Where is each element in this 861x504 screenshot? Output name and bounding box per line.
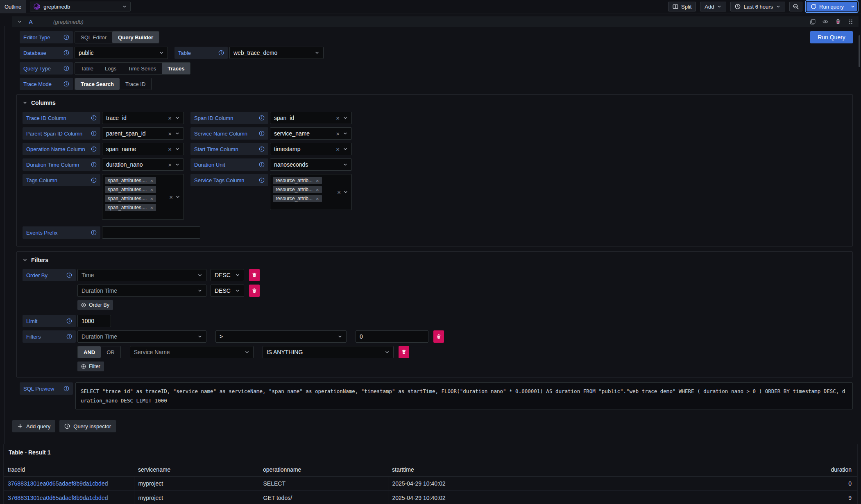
clear-icon[interactable]: × <box>336 115 340 121</box>
info-icon[interactable] <box>259 131 265 136</box>
remove-chip-icon[interactable]: × <box>316 178 319 183</box>
datasource-picker[interactable]: greptimedb <box>30 2 131 11</box>
info-icon[interactable] <box>66 318 72 324</box>
filter-value-input[interactable] <box>356 330 428 343</box>
column-header-operationname[interactable]: operationname <box>259 463 388 477</box>
remove-query-icon[interactable] <box>835 19 841 25</box>
remove-chip-icon[interactable]: × <box>150 178 153 183</box>
parent-span-id-column-select[interactable]: parent_span_id × <box>102 127 184 140</box>
remove-order-by-button-0[interactable] <box>249 269 260 281</box>
query-type-option-logs[interactable]: Logs <box>99 63 122 74</box>
scrollbar-thumb[interactable] <box>859 35 860 67</box>
columns-section-header[interactable]: Columns <box>23 99 847 106</box>
column-header-servicename[interactable]: servicename <box>134 463 259 477</box>
duration-unit-select[interactable]: nanoseconds <box>270 158 352 171</box>
order-by-direction-select-1[interactable]: DESC <box>211 285 244 297</box>
start-time-column-select[interactable]: timestamp × <box>270 143 352 155</box>
clear-icon[interactable]: × <box>168 162 172 168</box>
span-id-column-select[interactable]: span_id × <box>270 112 352 124</box>
editor-type-option-query-builder[interactable]: Query Builder <box>112 32 159 43</box>
remove-filter-button-0[interactable] <box>433 330 444 343</box>
info-icon[interactable] <box>91 115 97 121</box>
info-icon[interactable] <box>91 230 97 235</box>
remove-chip-icon[interactable]: × <box>316 187 319 192</box>
trace-mode-option-trace-search[interactable]: Trace Search <box>75 78 120 90</box>
query-type-option-time-series[interactable]: Time Series <box>122 63 162 74</box>
info-icon[interactable] <box>259 115 265 121</box>
info-icon[interactable] <box>63 34 69 40</box>
info-icon[interactable] <box>218 50 224 56</box>
tags-column-multiselect[interactable]: span_attributes....× span_attributes....… <box>102 174 184 220</box>
clear-icon[interactable]: × <box>336 146 340 152</box>
service-name-column-select[interactable]: service_name × <box>270 127 352 140</box>
column-header-duration[interactable]: duration <box>513 463 857 477</box>
clear-icon[interactable]: × <box>168 131 172 137</box>
toggle-visibility-icon[interactable] <box>822 19 828 25</box>
trace-id-link[interactable]: 3768831301ea0d65adaef8b9da1cbded <box>8 480 108 487</box>
order-by-field-select-0[interactable]: Time <box>77 269 206 281</box>
info-icon[interactable] <box>63 386 69 391</box>
filter-operator-select-2[interactable]: IS ANYTHING <box>263 346 394 358</box>
run-query-button[interactable]: Run query <box>807 2 848 11</box>
remove-filter-button-1[interactable] <box>399 346 409 358</box>
trace-mode-option-trace-id[interactable]: Trace ID <box>120 78 151 90</box>
run-query-options-caret[interactable] <box>848 2 857 11</box>
editor-type-option-sql-editor[interactable]: SQL Editor <box>75 32 112 43</box>
add-filter-button[interactable]: Filter <box>77 362 104 371</box>
events-prefix-input[interactable] <box>102 226 200 239</box>
query-type-option-traces[interactable]: Traces <box>162 63 190 74</box>
duplicate-query-icon[interactable] <box>810 19 816 25</box>
remove-chip-icon[interactable]: × <box>150 187 153 192</box>
drag-handle-icon[interactable] <box>848 19 854 25</box>
column-header-traceid[interactable]: traceid <box>4 463 134 477</box>
add-order-by-button[interactable]: Order By <box>77 300 113 310</box>
query-ref-id[interactable]: A <box>29 18 33 25</box>
order-by-direction-select-0[interactable]: DESC <box>211 269 244 281</box>
trace-id-link[interactable]: 3768831301ea0d65adaef8b9da1cbded <box>8 495 108 501</box>
order-by-field-select-1[interactable]: Duration Time <box>77 285 206 297</box>
remove-chip-icon[interactable]: × <box>150 196 153 201</box>
clear-all-icon[interactable]: × <box>169 194 173 200</box>
info-icon[interactable] <box>91 131 97 136</box>
service-tags-column-multiselect[interactable]: resource_attrib...× resource_attrib...× … <box>270 174 352 210</box>
logical-or-option[interactable]: OR <box>101 346 120 358</box>
add-button[interactable]: Add <box>700 2 726 11</box>
filter-operator-select[interactable]: > <box>215 330 347 343</box>
database-select[interactable]: public <box>75 47 168 59</box>
logical-and-option[interactable]: AND <box>78 346 101 358</box>
split-button[interactable]: Split <box>668 2 696 11</box>
zoom-out-button[interactable] <box>789 2 802 11</box>
clear-icon[interactable]: × <box>168 146 172 152</box>
info-icon[interactable] <box>259 177 265 183</box>
operation-name-column-select[interactable]: span_name × <box>102 143 184 155</box>
info-icon[interactable] <box>63 50 69 56</box>
limit-input[interactable] <box>77 315 111 327</box>
remove-chip-icon[interactable]: × <box>316 196 319 201</box>
filter-field-select[interactable]: Duration Time <box>77 330 206 343</box>
column-header-starttime[interactable]: starttime <box>388 463 513 477</box>
remove-order-by-button-1[interactable] <box>249 285 260 297</box>
filters-section-header[interactable]: Filters <box>23 257 847 263</box>
info-icon[interactable] <box>259 146 265 152</box>
filter-field-select-2[interactable]: Service Name <box>130 346 254 358</box>
trace-id-column-select[interactable]: trace_id × <box>102 112 184 124</box>
info-icon[interactable] <box>91 146 97 152</box>
info-icon[interactable] <box>91 162 97 167</box>
clear-all-icon[interactable]: × <box>337 189 341 195</box>
query-type-option-table[interactable]: Table <box>75 63 99 74</box>
add-query-button[interactable]: Add query <box>12 420 55 432</box>
clear-icon[interactable]: × <box>336 131 340 137</box>
info-icon[interactable] <box>66 272 72 278</box>
info-icon[interactable] <box>91 177 97 183</box>
info-icon[interactable] <box>63 81 69 87</box>
clear-icon[interactable]: × <box>168 115 172 121</box>
editor-run-query-button[interactable]: Run Query <box>810 31 853 43</box>
duration-time-column-select[interactable]: duration_nano × <box>102 158 184 171</box>
outline-toggle[interactable]: Outline <box>0 0 26 13</box>
info-icon[interactable] <box>259 162 265 167</box>
collapse-chevron-icon[interactable] <box>17 19 22 24</box>
table-select[interactable]: web_trace_demo <box>229 47 324 59</box>
info-icon[interactable] <box>66 334 72 339</box>
time-range-picker[interactable]: Last 6 hours <box>730 2 785 11</box>
query-inspector-button[interactable]: Query inspector <box>59 420 116 432</box>
